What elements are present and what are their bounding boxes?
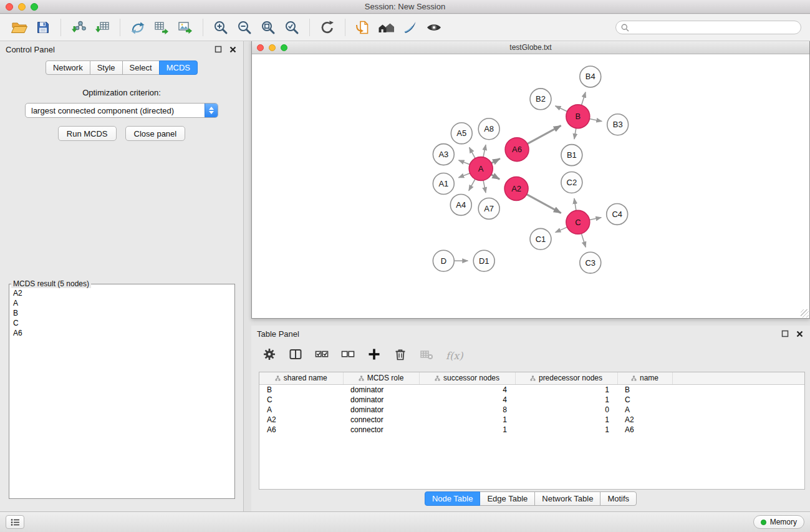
table-cell[interactable]: 0 xyxy=(515,405,617,415)
table-cell[interactable]: A2 xyxy=(617,415,672,425)
tab-edge-table[interactable]: Edge Table xyxy=(480,491,535,506)
zoom-out-button[interactable] xyxy=(233,16,256,39)
table-row[interactable]: Adominator80A xyxy=(259,405,804,415)
graph-node-C[interactable]: C xyxy=(566,210,590,234)
table-cell[interactable]: C xyxy=(617,395,672,405)
mcds-result-item[interactable]: A xyxy=(10,298,234,308)
delete-row-button[interactable] xyxy=(393,347,407,364)
run-mcds-button[interactable]: Run MCDS xyxy=(58,126,117,141)
export-table-button[interactable] xyxy=(150,16,173,39)
apply-layout-button[interactable] xyxy=(316,16,339,39)
graph-node-D1[interactable]: D1 xyxy=(473,250,494,271)
graph-edge-A2-C[interactable] xyxy=(527,195,561,213)
task-history-button[interactable] xyxy=(6,515,24,529)
table-cell[interactable]: 1 xyxy=(419,415,515,425)
search-field[interactable] xyxy=(615,21,801,34)
graph-edge-C-C4[interactable] xyxy=(589,218,601,220)
table-cell[interactable]: B xyxy=(259,384,343,395)
function-builder-button[interactable]: f(x) xyxy=(446,350,463,362)
table-row[interactable]: Cdominator41C xyxy=(259,395,804,405)
table-cell[interactable]: A xyxy=(259,405,343,415)
import-table-button[interactable] xyxy=(91,16,113,39)
close-window-button[interactable] xyxy=(6,3,13,11)
minimize-window-button[interactable] xyxy=(18,3,26,11)
graph-edge-B-B1[interactable] xyxy=(574,128,576,139)
mcds-result-item[interactable]: B xyxy=(10,308,234,318)
table-cell[interactable]: C xyxy=(259,395,343,405)
tab-network[interactable]: Network xyxy=(46,60,90,75)
zoom-in-button[interactable] xyxy=(210,16,232,39)
open-recent-button[interactable] xyxy=(352,16,374,39)
float-panel-button[interactable] xyxy=(213,44,223,54)
open-session-button[interactable] xyxy=(8,16,31,39)
graph-edge-C-C3[interactable] xyxy=(581,234,586,248)
column-header[interactable]: successor nodes xyxy=(419,372,515,384)
highlight-button[interactable] xyxy=(399,16,422,39)
column-header[interactable]: predecessor nodes xyxy=(515,372,617,384)
graph-edge-A-A4[interactable] xyxy=(469,179,475,191)
graph-node-A2[interactable]: A2 xyxy=(504,177,528,201)
graph-edge-B-B2[interactable] xyxy=(556,106,567,112)
graph-edge-A-A6[interactable] xyxy=(491,158,500,163)
graph-node-C1[interactable]: C1 xyxy=(530,228,551,249)
tab-motifs[interactable]: Motifs xyxy=(600,491,637,506)
graph-edge-C-C1[interactable] xyxy=(556,227,567,232)
table-cell[interactable]: 4 xyxy=(419,384,515,395)
network-window-titlebar[interactable]: testGlobe.txt xyxy=(252,41,809,54)
graph-edge-A-A7[interactable] xyxy=(483,180,486,193)
unselect-all-button[interactable] xyxy=(341,347,355,364)
tab-network-table[interactable]: Network Table xyxy=(534,491,600,506)
show-graphics-details-button[interactable] xyxy=(423,16,445,39)
table-cell[interactable]: dominator xyxy=(343,384,419,395)
network-graph[interactable]: B4B2BB3A5A8A6B1A3AC2A1A2A4A7CC4C1C3DD1 xyxy=(252,54,809,318)
import-network-button[interactable] xyxy=(67,16,90,39)
table-cell[interactable]: 1 xyxy=(419,425,515,435)
graph-edge-B-B3[interactable] xyxy=(589,119,602,122)
graph-node-A[interactable]: A xyxy=(469,157,493,181)
delete-table-button[interactable] xyxy=(420,347,433,364)
export-image-button[interactable] xyxy=(174,16,196,39)
table-cell[interactable]: A6 xyxy=(259,425,343,435)
graph-node-A4[interactable]: A4 xyxy=(450,194,471,215)
graph-node-B1[interactable]: B1 xyxy=(561,145,582,166)
column-header[interactable]: name xyxy=(617,372,672,384)
table-cell[interactable]: dominator xyxy=(343,395,419,405)
table-row[interactable]: A6connector11A6 xyxy=(259,425,804,435)
criterion-dropdown[interactable]: largest connected component (directed) xyxy=(25,103,218,118)
float-table-panel-button[interactable] xyxy=(780,329,790,339)
mcds-result-item[interactable]: A6 xyxy=(10,328,234,338)
table-cell[interactable]: 8 xyxy=(419,405,515,415)
close-network-window-button[interactable] xyxy=(257,44,264,51)
save-session-button[interactable] xyxy=(32,16,54,39)
table-cell[interactable]: B xyxy=(617,384,672,395)
tab-node-table[interactable]: Node Table xyxy=(425,491,481,506)
table-cell[interactable]: 1 xyxy=(515,395,617,405)
table-cell[interactable]: 4 xyxy=(419,395,515,405)
graph-edge-A-A2[interactable] xyxy=(491,175,499,179)
column-header[interactable]: shared name xyxy=(259,372,343,384)
close-panel-button[interactable] xyxy=(228,44,238,54)
zoom-network-window-button[interactable] xyxy=(281,44,287,51)
graph-edge-A-A8[interactable] xyxy=(483,145,486,157)
table-cell[interactable]: 1 xyxy=(515,425,617,435)
export-network-button[interactable] xyxy=(127,16,149,39)
close-panel-button-text[interactable]: Close panel xyxy=(125,126,186,141)
graph-node-D[interactable]: D xyxy=(433,250,454,271)
graph-node-A3[interactable]: A3 xyxy=(433,144,454,165)
table-cell[interactable]: connector xyxy=(343,415,419,425)
search-input[interactable] xyxy=(632,23,796,32)
window-resize-handle[interactable] xyxy=(801,309,809,317)
graph-edge-C-C2[interactable] xyxy=(574,198,576,210)
tab-mcds[interactable]: MCDS xyxy=(159,60,198,75)
table-cell[interactable]: 1 xyxy=(515,415,617,425)
mcds-result-item[interactable]: A2 xyxy=(10,288,234,298)
table-cell[interactable]: A6 xyxy=(617,425,672,435)
graph-node-A5[interactable]: A5 xyxy=(451,123,472,144)
graph-node-C2[interactable]: C2 xyxy=(561,172,582,193)
memory-button[interactable]: Memory xyxy=(753,515,804,529)
graph-node-A1[interactable]: A1 xyxy=(433,173,454,195)
add-row-button[interactable] xyxy=(367,347,381,364)
graph-node-B4[interactable]: B4 xyxy=(580,66,601,87)
tab-select[interactable]: Select xyxy=(122,60,160,75)
table-cell[interactable]: connector xyxy=(343,425,419,435)
